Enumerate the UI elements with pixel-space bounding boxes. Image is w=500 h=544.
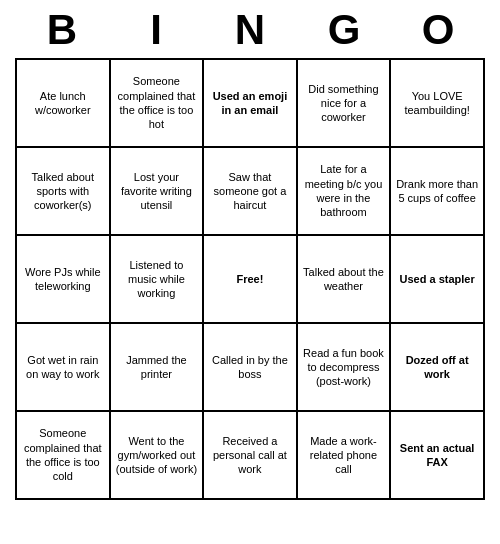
cell-r2-c3[interactable]: Talked about the weather xyxy=(297,235,391,323)
bingo-grid: Ate lunch w/coworkerSomeone complained t… xyxy=(15,58,485,500)
cell-r2-c4[interactable]: Used a stapler xyxy=(390,235,484,323)
title-letter-i: I xyxy=(126,6,186,54)
cell-r0-c4[interactable]: You LOVE teambuilding! xyxy=(390,59,484,147)
cell-r0-c0[interactable]: Ate lunch w/coworker xyxy=(16,59,110,147)
cell-r1-c0[interactable]: Talked about sports with coworker(s) xyxy=(16,147,110,235)
cell-r0-c3[interactable]: Did something nice for a coworker xyxy=(297,59,391,147)
cell-r4-c0[interactable]: Someone complained that the office is to… xyxy=(16,411,110,499)
cell-r2-c1[interactable]: Listened to music while working xyxy=(110,235,204,323)
cell-r4-c1[interactable]: Went to the gym/worked out (outside of w… xyxy=(110,411,204,499)
cell-r1-c1[interactable]: Lost your favorite writing utensil xyxy=(110,147,204,235)
cell-r4-c2[interactable]: Received a personal call at work xyxy=(203,411,296,499)
title-letter-b: B xyxy=(32,6,92,54)
cell-r3-c4[interactable]: Dozed off at work xyxy=(390,323,484,411)
cell-r0-c1[interactable]: Someone complained that the office is to… xyxy=(110,59,204,147)
cell-r3-c0[interactable]: Got wet in rain on way to work xyxy=(16,323,110,411)
cell-r1-c2[interactable]: Saw that someone got a haircut xyxy=(203,147,296,235)
title-letter-n: N xyxy=(220,6,280,54)
cell-r3-c3[interactable]: Read a fun book to decompress (post-work… xyxy=(297,323,391,411)
cell-r2-c2[interactable]: Free! xyxy=(203,235,296,323)
cell-r0-c2[interactable]: Used an emoji in an email xyxy=(203,59,296,147)
cell-r4-c3[interactable]: Made a work-related phone call xyxy=(297,411,391,499)
cell-r1-c3[interactable]: Late for a meeting b/c you were in the b… xyxy=(297,147,391,235)
cell-r3-c2[interactable]: Called in by the boss xyxy=(203,323,296,411)
cell-r1-c4[interactable]: Drank more than 5 cups of coffee xyxy=(390,147,484,235)
title-letter-g: G xyxy=(314,6,374,54)
title-letter-o: O xyxy=(408,6,468,54)
cell-r3-c1[interactable]: Jammed the printer xyxy=(110,323,204,411)
cell-r4-c4[interactable]: Sent an actual FAX xyxy=(390,411,484,499)
bingo-title: B I N G O xyxy=(15,0,485,58)
cell-r2-c0[interactable]: Wore PJs while teleworking xyxy=(16,235,110,323)
